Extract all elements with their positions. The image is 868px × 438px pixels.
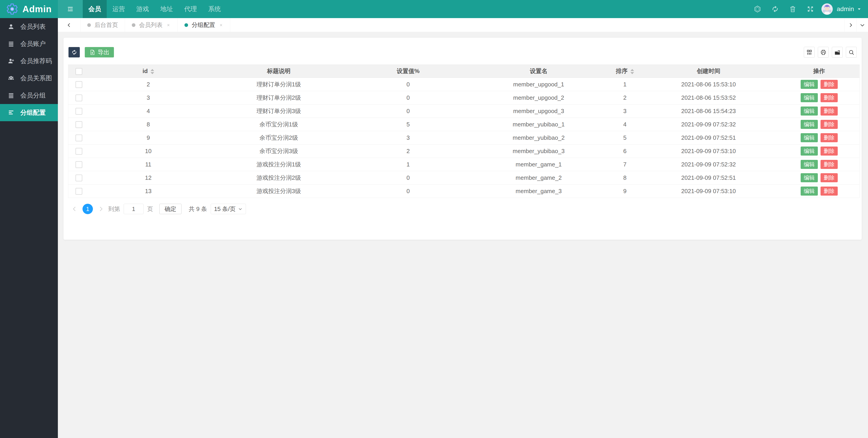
top-nav-item-operation[interactable]: 运营 [107,0,131,18]
close-icon[interactable] [166,23,170,27]
edit-button[interactable]: 编辑 [801,133,818,142]
sidebar-item-group-config[interactable]: 分组配置 [0,104,58,121]
cell-actions: 编辑删除 [779,131,860,145]
delete-button[interactable]: 删除 [820,80,838,89]
sidebar-item-member-relation[interactable]: 会员关系图 [0,70,58,87]
user-menu[interactable]: admin [836,0,868,18]
row-checkbox-cell [68,78,90,91]
edit-button[interactable]: 编辑 [801,107,818,116]
tab-status-dot [87,23,91,27]
edit-button[interactable]: 编辑 [801,147,818,155]
cell-sort: 3 [612,105,638,118]
delete-button[interactable]: 删除 [820,93,838,102]
sidebar-item-member-account[interactable]: 会员账户 [0,35,58,53]
cell-sort: 5 [612,131,638,145]
goto-page-input[interactable] [124,204,144,214]
fullscreen-button[interactable] [802,0,819,18]
cell-name: member_yubibao_3 [466,145,612,158]
top-nav-item-member[interactable]: 会员 [83,0,107,18]
open-tabs: 后台首页会员列表分组配置 [81,18,230,32]
printer-icon [820,49,827,56]
edit-button[interactable]: 编辑 [801,173,818,182]
cell-created: 2021-09-09 07:52:51 [638,171,779,184]
filter-columns-button[interactable] [804,47,815,58]
search-icon [848,49,855,56]
delete-button[interactable]: 删除 [820,186,838,196]
cell-title: 余币宝分润3级 [207,145,350,158]
delete-button[interactable]: 删除 [820,147,838,155]
cell-title: 理财订单分润1级 [207,78,350,91]
edit-button[interactable]: 编辑 [801,80,818,89]
page-size-dropdown[interactable]: 15 条/页 [214,206,236,212]
cell-created: 2021-08-06 15:54:23 [638,105,779,118]
delete-button[interactable]: 删除 [820,160,838,169]
chevron-down-icon [860,22,865,28]
row-checkbox[interactable] [75,121,82,128]
chevron-right-icon [97,206,104,212]
row-checkbox-cell [68,131,90,145]
avatar[interactable] [822,3,833,15]
prev-page-button[interactable] [70,206,79,212]
row-checkbox[interactable] [75,148,82,155]
col-sort: 排序 [612,65,638,78]
clear-cache-button[interactable] [784,0,802,18]
delete-button[interactable]: 删除 [820,120,838,129]
row-checkbox[interactable] [75,108,82,115]
top-nav-item-system[interactable]: 系统 [203,0,226,18]
tab-group-config[interactable]: 分组配置 [178,18,230,32]
sort-id-control[interactable] [151,69,154,74]
top-nav-item-address[interactable]: 地址 [155,0,179,18]
delete-button[interactable]: 删除 [820,173,838,182]
row-checkbox-cell [68,118,90,131]
tab-member-list[interactable]: 会员列表 [125,18,178,32]
page-1-button[interactable]: 1 [83,204,93,214]
table-row: 13游戏投注分润3级0member_game_392021-09-09 07:5… [68,184,860,198]
row-checkbox[interactable] [75,81,82,88]
data-table: id 标题说明 设置值% 设置名 排序 创建时间 操作 2理财订单分润1级0me… [68,64,860,198]
row-checkbox[interactable] [75,135,82,141]
edit-button[interactable]: 编辑 [801,120,818,129]
print-button[interactable] [818,47,829,58]
row-checkbox[interactable] [75,161,82,168]
theme-button[interactable] [749,0,766,18]
select-all-checkbox[interactable] [75,68,82,75]
export-button[interactable]: 导出 [85,47,114,57]
edit-button[interactable]: 编辑 [801,160,818,169]
sidebar-item-label: 会员分组 [20,91,46,100]
cell-id: 11 [90,158,207,171]
edit-button[interactable]: 编辑 [801,93,818,102]
close-icon[interactable] [219,23,223,27]
tabs-scroll-right-button[interactable] [844,18,856,32]
refresh-button[interactable] [766,0,784,18]
header-spacer [226,0,749,18]
sidebar-item-member-list[interactable]: 会员列表 [0,18,58,35]
row-checkbox[interactable] [75,94,82,101]
cell-name: member_upgood_3 [466,105,612,118]
sidebar-collapse-button[interactable] [58,0,83,18]
delete-button[interactable]: 删除 [820,133,838,142]
sidebar-item-member-group[interactable]: 会员分组 [0,87,58,104]
edit-button[interactable]: 编辑 [801,186,818,196]
brand-name: Admin [22,4,52,14]
cell-id: 10 [90,145,207,158]
delete-button[interactable]: 删除 [820,107,838,116]
chevron-left-icon [71,206,78,212]
cell-name: member_yubibao_2 [466,131,612,145]
confirm-page-button[interactable]: 确定 [159,204,182,214]
export-data-button[interactable] [832,47,843,58]
tabs-menu-button[interactable] [856,18,868,32]
tab-home[interactable]: 后台首页 [81,18,125,32]
refresh-table-button[interactable] [68,47,80,57]
next-page-button[interactable] [96,206,105,212]
col-actions: 操作 [779,65,860,78]
top-nav: 会员运营游戏地址代理系统 [83,0,226,18]
row-checkbox[interactable] [75,188,82,195]
tabs-scroll-left-button[interactable] [58,18,81,32]
page-size-select[interactable]: 15 条/页 [211,204,246,214]
row-checkbox[interactable] [75,175,82,181]
top-nav-item-game[interactable]: 游戏 [131,0,155,18]
sidebar-item-member-refcode[interactable]: 会员推荐码 [0,53,58,70]
top-nav-item-agent[interactable]: 代理 [179,0,203,18]
search-button[interactable] [846,47,857,58]
sort-order-control[interactable] [630,69,634,74]
